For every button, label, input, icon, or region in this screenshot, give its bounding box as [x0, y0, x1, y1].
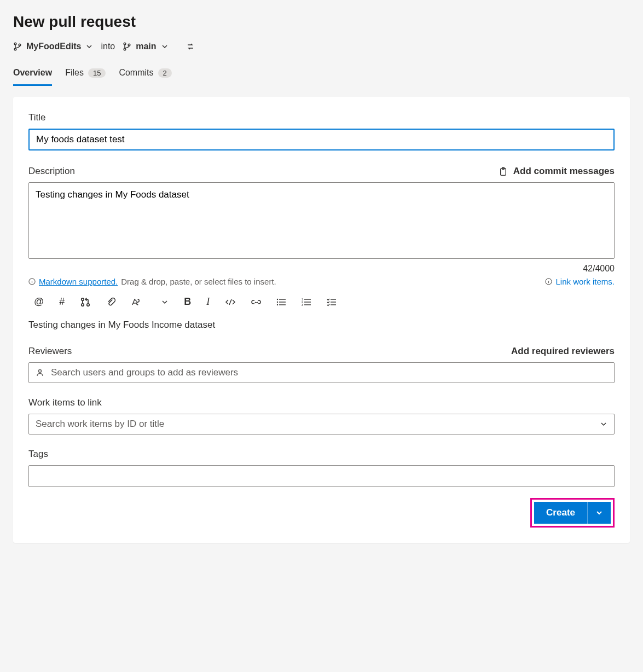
- tab-label: Files: [65, 68, 84, 78]
- chevron-down-icon[interactable]: [161, 298, 169, 306]
- chevron-down-icon: [161, 43, 169, 50]
- bold-icon[interactable]: B: [184, 296, 191, 308]
- source-branch-name: MyFoodEdits: [26, 42, 81, 51]
- svg-text:3: 3: [302, 303, 303, 306]
- clipboard-icon: [499, 167, 508, 176]
- italic-icon[interactable]: I: [206, 296, 210, 308]
- svg-point-15: [277, 301, 278, 302]
- description-preview: Testing changes in My Foods Income datas…: [28, 320, 615, 331]
- editor-toolbar: @ # B I: [28, 294, 615, 310]
- svg-point-17: [277, 304, 278, 305]
- svg-point-4: [124, 48, 126, 50]
- title-input[interactable]: [28, 129, 615, 150]
- hash-icon[interactable]: #: [59, 296, 65, 308]
- checklist-icon[interactable]: [327, 298, 337, 306]
- svg-point-11: [82, 303, 84, 306]
- branch-icon: [123, 42, 131, 51]
- svg-rect-16: [279, 302, 286, 302]
- tabs: Overview Files 15 Commits 2: [13, 63, 630, 86]
- target-branch-name: main: [136, 42, 156, 51]
- svg-point-0: [14, 43, 16, 45]
- work-items-select[interactable]: Search work items by ID or title: [28, 414, 615, 435]
- svg-point-25: [39, 370, 42, 373]
- tab-overview[interactable]: Overview: [13, 63, 52, 86]
- reviewers-input[interactable]: [51, 367, 607, 378]
- tags-label: Tags: [28, 449, 615, 460]
- reviewers-label: Reviewers: [28, 346, 72, 357]
- text-style-icon[interactable]: [131, 297, 146, 307]
- person-icon: [36, 368, 44, 377]
- svg-rect-14: [279, 299, 286, 299]
- svg-rect-24: [304, 304, 311, 305]
- work-items-placeholder: Search work items by ID or title: [36, 419, 164, 430]
- svg-point-2: [19, 44, 21, 46]
- svg-rect-18: [279, 304, 286, 305]
- svg-point-5: [128, 44, 130, 46]
- attachment-icon[interactable]: [106, 297, 116, 307]
- svg-point-10: [82, 298, 84, 300]
- numbered-list-icon[interactable]: 1 2 3: [302, 298, 311, 306]
- info-icon: [28, 278, 36, 285]
- char-count: 42/4000: [28, 264, 615, 274]
- create-button[interactable]: Create: [534, 502, 611, 524]
- svg-rect-20: [304, 299, 311, 299]
- chevron-down-icon: [600, 420, 607, 428]
- tab-count-badge: 15: [88, 68, 106, 78]
- branch-selector-row: MyFoodEdits into main: [13, 42, 630, 51]
- bullet-list-icon[interactable]: [276, 298, 286, 306]
- code-icon[interactable]: [225, 298, 236, 306]
- page-title: New pull request: [13, 13, 630, 31]
- target-branch-selector[interactable]: main: [123, 42, 168, 51]
- create-dropdown-button[interactable]: [587, 502, 611, 524]
- reviewers-input-wrap[interactable]: [28, 362, 615, 383]
- description-input[interactable]: [28, 182, 615, 259]
- form-card: Title Description Add commit messages 42…: [13, 97, 630, 543]
- link-work-items-link[interactable]: Link work items.: [545, 277, 615, 286]
- title-label: Title: [28, 112, 615, 123]
- create-button-highlight: Create: [530, 498, 615, 528]
- tab-count-badge: 2: [158, 68, 172, 78]
- info-icon: [545, 278, 552, 285]
- swap-branches-button[interactable]: [186, 42, 195, 51]
- add-required-reviewers-button[interactable]: Add required reviewers: [511, 346, 615, 357]
- tab-files[interactable]: Files 15: [65, 63, 106, 86]
- svg-point-13: [277, 298, 278, 299]
- tab-commits[interactable]: Commits 2: [119, 63, 171, 86]
- link-icon[interactable]: [251, 298, 261, 306]
- svg-rect-22: [304, 302, 311, 302]
- link-work-items-label: Link work items.: [555, 277, 615, 286]
- source-branch-selector[interactable]: MyFoodEdits: [13, 42, 93, 51]
- svg-point-3: [124, 43, 126, 45]
- svg-point-1: [14, 48, 16, 50]
- drag-drop-hint: Drag & drop, paste, or select files to i…: [121, 277, 276, 286]
- description-label: Description: [28, 166, 75, 177]
- mention-icon[interactable]: @: [34, 296, 44, 308]
- pull-request-icon[interactable]: [80, 297, 91, 308]
- branch-icon: [13, 42, 22, 51]
- svg-point-12: [87, 303, 90, 306]
- tags-input[interactable]: [28, 465, 615, 487]
- tab-label: Commits: [119, 68, 153, 78]
- create-button-label: Create: [534, 502, 587, 524]
- markdown-supported-link[interactable]: Markdown supported.: [39, 277, 118, 286]
- chevron-down-icon: [85, 43, 93, 50]
- add-commit-messages-label: Add commit messages: [513, 166, 615, 177]
- add-commit-messages-button[interactable]: Add commit messages: [499, 166, 615, 177]
- work-items-label: Work items to link: [28, 397, 615, 408]
- tab-label: Overview: [13, 68, 52, 78]
- into-label: into: [101, 42, 115, 51]
